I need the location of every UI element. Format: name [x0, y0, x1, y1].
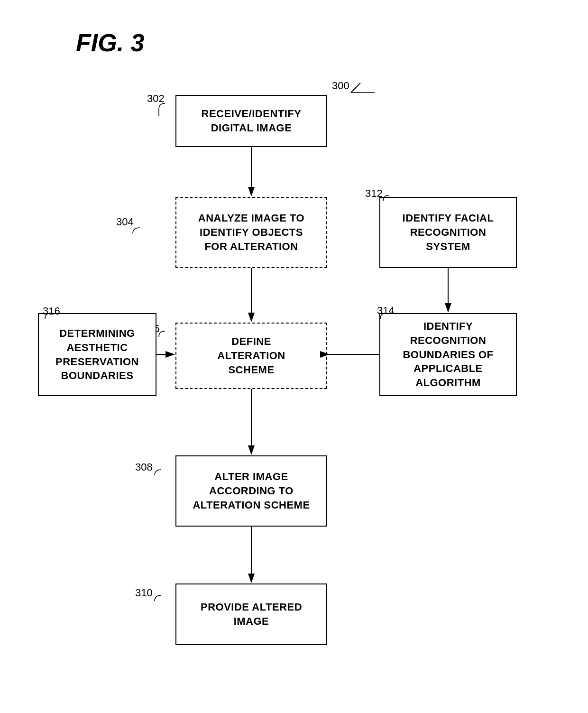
ref-316: 316: [43, 305, 60, 317]
box-306: DEFINE ALTERATION SCHEME: [175, 323, 327, 389]
svg-line-2: [351, 83, 360, 93]
ref-312: 312: [365, 187, 383, 200]
ref-310: 310: [135, 587, 153, 599]
figure-label: FIG. 3: [76, 28, 144, 57]
box-312: IDENTIFY FACIAL RECOGNITION SYSTEM: [379, 197, 517, 268]
box-308: ALTER IMAGE ACCORDING TO ALTERATION SCHE…: [175, 455, 327, 527]
ref-302: 302: [147, 93, 165, 105]
ref-300: 300: [332, 80, 349, 92]
box-310: PROVIDE ALTERED IMAGE: [175, 583, 327, 645]
box-302: RECEIVE/IDENTIFY DIGITAL IMAGE: [175, 95, 327, 147]
box-314: IDENTIFY RECOGNITION BOUNDARIES OF APPLI…: [379, 313, 517, 396]
ref-304: 304: [116, 216, 134, 228]
box-316: DETERMINING AESTHETIC PRESERVATION BOUND…: [38, 313, 156, 396]
box-304: ANALYZE IMAGE TO IDENTIFY OBJECTS FOR AL…: [175, 197, 327, 268]
ref-314: 314: [377, 305, 395, 317]
diagram-page: FIG. 3 300 RECEIVE/IDENTIFY DIGITAL IMAG…: [0, 0, 588, 713]
ref-308: 308: [135, 461, 153, 473]
